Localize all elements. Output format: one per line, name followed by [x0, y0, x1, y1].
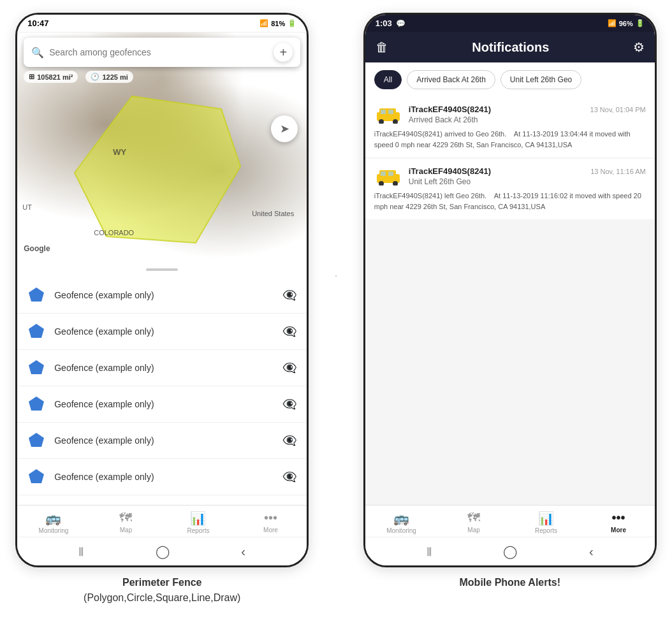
clock-icon: 🕐 — [91, 73, 99, 81]
search-input[interactable] — [49, 47, 268, 57]
battery-icon: 🔋 — [288, 19, 296, 27]
right-phone: 1:03 💬 📶 96% 🔋 🗑 Notifications ⚙ All Arr… — [363, 13, 657, 567]
right-status-bar: 1:03 💬 📶 96% 🔋 — [365, 15, 655, 32]
eye-off-icon[interactable]: 👁‍🗨 — [282, 470, 296, 484]
chat-icon: 💬 — [396, 19, 405, 28]
eye-off-icon[interactable]: 👁‍🗨 — [282, 288, 296, 302]
map-label-ut: UT — [22, 203, 32, 211]
notifications-list: iTrackEF4940S(8241) 13 Nov, 01:04 PM Arr… — [365, 97, 655, 505]
home-button-right[interactable]: ◯ — [503, 544, 517, 559]
system-nav-left: ⦀ ◯ ‹ — [17, 537, 307, 565]
left-phone-wrapper: 10:47 📶 81% 🔋 🔍 + — [15, 13, 309, 606]
navigation-button[interactable]: ➤ — [271, 115, 298, 142]
more-icon: ••• — [264, 511, 277, 525]
filter-tab-left[interactable]: Unit Left 26th Geo — [500, 70, 581, 89]
recent-apps-button-right[interactable]: ⦀ — [427, 544, 432, 559]
back-button-right[interactable]: ‹ — [589, 544, 594, 559]
notif-card-header: iTrackEF4940S(8241) 13 Nov, 11:16 AM Uni… — [374, 166, 646, 187]
svg-marker-2 — [29, 324, 44, 338]
notification-body: iTrackEF4940S(8241) left Geo 26th. At 11… — [374, 191, 646, 212]
nav-map-label-right: Map — [467, 527, 479, 534]
notification-card[interactable]: iTrackEF4940S(8241) 13 Nov, 11:16 AM Uni… — [365, 159, 655, 219]
notif-card-header: iTrackEF4940S(8241) 13 Nov, 01:04 PM Arr… — [374, 105, 646, 125]
list-item[interactable]: Geofence (example only) 👁‍🗨 — [17, 277, 307, 314]
left-phone: 10:47 📶 81% 🔋 🔍 + — [15, 13, 309, 567]
nav-reports-label-right: Reports — [535, 527, 557, 534]
settings-icon[interactable]: ⚙ — [633, 40, 645, 55]
svg-marker-0 — [75, 96, 240, 243]
right-time: 1:03 — [376, 18, 392, 28]
distance-stat: 🕐 1225 mi — [85, 71, 133, 83]
empty-area — [365, 221, 655, 412]
trash-icon[interactable]: 🗑 — [376, 40, 388, 55]
geofence-name: Geofence (example only) — [54, 435, 274, 446]
geofence-name: Geofence (example only) — [54, 326, 274, 337]
back-button[interactable]: ‹ — [241, 544, 245, 559]
notification-card[interactable]: iTrackEF4940S(8241) 13 Nov, 01:04 PM Arr… — [365, 97, 655, 157]
filter-tabs: All Arrived Back At 26th Unit Left 26th … — [365, 62, 655, 97]
wifi-icon: 📶 — [259, 19, 268, 27]
nav-map-label: Map — [120, 527, 132, 534]
left-status-icons: 📶 81% 🔋 — [259, 19, 296, 27]
svg-rect-11 — [381, 110, 386, 114]
geofence-name: Geofence (example only) — [54, 363, 274, 373]
map-icon: 🗺 — [119, 511, 132, 525]
map-label-wy: WY — [113, 147, 126, 157]
car-icon — [374, 106, 402, 124]
geofence-name: Geofence (example only) — [54, 290, 274, 300]
notif-meta: iTrackEF4940S(8241) 13 Nov, 11:16 AM Uni… — [409, 166, 646, 186]
right-phone-wrapper: 1:03 💬 📶 96% 🔋 🗑 Notifications ⚙ All Arr… — [363, 13, 657, 590]
map-container[interactable]: 🔍 + ⊞ 105821 mi² 🕐 1225 mi ➤ WY United S… — [17, 33, 307, 262]
nav-reports-label: Reports — [187, 527, 209, 534]
area-value: 105821 mi² — [37, 73, 73, 81]
nav-reports-right[interactable]: 📊 Reports — [529, 511, 564, 534]
filter-tab-arrived[interactable]: Arrived Back At 26th — [407, 70, 495, 89]
nav-monitoring[interactable]: 🚌 Monitoring — [36, 511, 71, 534]
geofence-icon — [27, 432, 45, 449]
eye-off-icon[interactable]: 👁‍🗨 — [282, 324, 296, 338]
nav-more[interactable]: ••• More — [253, 511, 288, 534]
left-status-bar: 10:47 📶 81% 🔋 — [17, 15, 307, 33]
eye-off-icon[interactable]: 👁‍🗨 — [282, 361, 296, 375]
geofence-icon — [27, 359, 45, 377]
nav-map[interactable]: 🗺 Map — [108, 511, 143, 534]
add-geofence-button[interactable]: + — [274, 43, 293, 62]
search-icon: 🔍 — [31, 47, 44, 59]
nav-map-right[interactable]: 🗺 Map — [457, 511, 492, 534]
signal-icon: 📶 — [608, 19, 617, 27]
list-item[interactable]: Geofence (example only) 👁‍🗨 — [17, 459, 307, 495]
list-item[interactable]: Geofence (example only) 👁‍🗨 — [17, 423, 307, 459]
battery-level: 81% — [271, 20, 285, 27]
nav-monitoring-label: Monitoring — [39, 527, 69, 534]
map-label-co: COLORADO — [94, 229, 134, 236]
eye-off-icon[interactable]: 👁‍🗨 — [282, 397, 296, 411]
notification-event: Unit Left 26th Geo — [409, 177, 646, 186]
recent-apps-button[interactable]: ⦀ — [78, 544, 84, 559]
reports-icon-right: 📊 — [538, 511, 554, 526]
geofence-name: Geofence (example only) — [54, 399, 274, 409]
nav-reports[interactable]: 📊 Reports — [180, 511, 215, 534]
geofence-icon — [27, 468, 45, 486]
car-avatar — [374, 105, 402, 125]
list-item[interactable]: Geofence (example only) 👁‍🗨 — [17, 350, 307, 386]
area-icon: ⊞ — [29, 73, 34, 81]
eye-off-icon[interactable]: 👁‍🗨 — [282, 433, 296, 447]
notif-meta: iTrackEF4940S(8241) 13 Nov, 01:04 PM Arr… — [409, 105, 646, 124]
filter-tab-all[interactable]: All — [374, 70, 402, 89]
home-button[interactable]: ◯ — [156, 544, 170, 559]
notification-event: Arrived Back At 26th — [409, 115, 646, 124]
right-status-icons: 📶 96% 🔋 — [608, 19, 645, 27]
google-logo: Google — [24, 244, 50, 253]
list-item[interactable]: Geofence (example only) 👁‍🗨 — [17, 386, 307, 423]
search-bar[interactable]: 🔍 + — [24, 38, 300, 67]
device-name: iTrackEF4940S(8241) — [409, 166, 491, 176]
map-icon-right: 🗺 — [467, 511, 480, 525]
svg-marker-5 — [29, 433, 44, 447]
device-name: iTrackEF4940S(8241) — [409, 105, 491, 114]
nav-more-label-right: More — [611, 527, 626, 534]
nav-more-right[interactable]: ••• More — [601, 511, 636, 534]
nav-monitoring-right[interactable]: 🚌 Monitoring — [384, 511, 419, 534]
svg-rect-12 — [388, 110, 393, 114]
list-item[interactable]: Geofence (example only) 👁‍🗨 — [17, 314, 307, 350]
monitoring-icon-right: 🚌 — [393, 511, 409, 526]
